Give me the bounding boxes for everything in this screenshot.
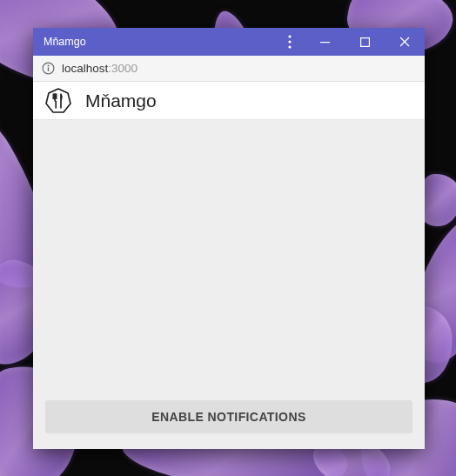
svg-marker-8 (46, 89, 70, 112)
titlebar[interactable]: Mňamgo (33, 28, 425, 56)
app-title: Mňamgo (85, 91, 157, 111)
close-button[interactable] (385, 28, 425, 56)
svg-rect-4 (360, 37, 369, 46)
address-bar[interactable]: localhost:3000 (33, 56, 425, 82)
svg-point-0 (288, 35, 291, 37)
maximize-button[interactable] (345, 28, 385, 56)
kebab-menu-icon (288, 35, 292, 49)
svg-point-6 (48, 65, 50, 67)
svg-point-2 (288, 45, 291, 48)
svg-rect-7 (48, 67, 49, 70)
app-window: Mňamgo localhost:3000 (33, 28, 425, 449)
url-host: localhost (62, 62, 108, 75)
info-icon (42, 62, 55, 75)
app-body: ENABLE NOTIFICATIONS (33, 120, 425, 449)
minimize-icon (320, 37, 330, 47)
window-menu-button[interactable] (275, 28, 305, 56)
maximize-icon (360, 37, 370, 47)
enable-notifications-button[interactable]: ENABLE NOTIFICATIONS (45, 400, 412, 433)
url-port: :3000 (108, 62, 137, 75)
app-header: Mňamgo (33, 82, 425, 120)
app-logo-icon (45, 88, 71, 114)
svg-rect-3 (320, 42, 330, 43)
minimize-button[interactable] (305, 28, 345, 56)
window-title: Mňamgo (44, 36, 86, 48)
url-text: localhost:3000 (62, 62, 137, 75)
close-icon (399, 37, 410, 47)
svg-point-1 (288, 40, 291, 43)
